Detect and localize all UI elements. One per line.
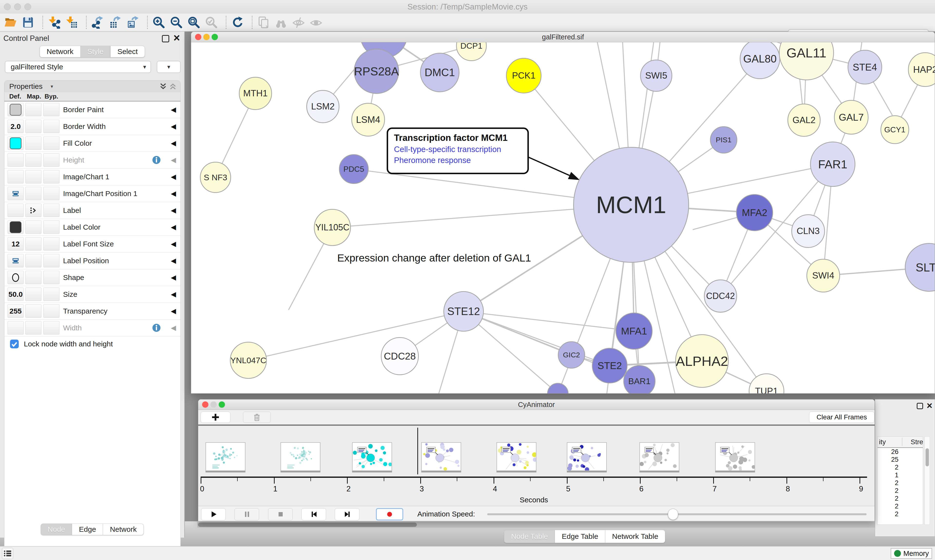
bypass-cell[interactable] [43,137,59,150]
default-value-cell[interactable] [8,103,24,116]
column-divider[interactable] [902,438,903,446]
property-row-border-width[interactable]: 2.0Border Width◀ [5,118,181,135]
property-row-size[interactable]: 50.0Size◀ [5,286,181,303]
float-panel-icon[interactable] [162,35,169,42]
property-row-label-font-size[interactable]: 12Label Font Size◀ [5,236,181,252]
mapping-cell[interactable] [25,220,42,234]
node-mfa1[interactable]: MFA1 [616,312,653,349]
node-cdc42[interactable]: CDC42 [704,280,737,312]
node-swi4[interactable]: SWI4 [807,259,840,292]
node-lsm2[interactable]: LSM2 [306,90,339,123]
bypass-cell[interactable] [43,237,59,251]
memory-button[interactable]: Memory [891,548,932,559]
node-pck1[interactable]: PCK1 [506,58,542,94]
tab-edge[interactable]: Edge [72,523,103,535]
table-row[interactable]: 2 [878,463,923,471]
table-row[interactable]: 1 [878,471,923,479]
timeline-frame-3[interactable] [352,442,392,471]
mapping-cell[interactable] [25,153,42,167]
expand-arrow-icon[interactable]: ◀ [171,102,176,118]
expand-arrow-icon[interactable]: ◀ [171,252,176,269]
collapse-all-icon[interactable] [169,83,176,90]
mapping-cell[interactable] [25,271,42,284]
mapping-cell[interactable] [25,120,42,133]
node-ste4[interactable]: STE4 [848,50,882,85]
bypass-cell[interactable] [43,204,59,217]
expand-arrow-icon[interactable]: ◀ [171,152,176,168]
node-gic2[interactable]: GIC2 [558,341,585,369]
slider-thumb[interactable] [668,509,678,520]
show-all-button[interactable] [309,15,323,29]
node-cln3[interactable]: CLN3 [792,214,825,248]
expand-arrow-icon[interactable]: ◀ [171,202,176,219]
task-history-button[interactable] [2,548,13,559]
expand-arrow-icon[interactable]: ◀ [171,169,176,185]
play-button[interactable] [201,508,226,520]
default-value-cell[interactable] [8,153,24,167]
node-swi5[interactable]: SWI5 [640,60,672,92]
table-row[interactable]: 2 [878,495,923,502]
table-row[interactable]: 2 [878,502,923,510]
node-yil105c[interactable]: YIL105C [314,209,351,246]
property-row-height[interactable]: Height◀ [5,152,181,169]
zoom-in-button[interactable] [152,15,166,29]
expand-arrow-icon[interactable]: ◀ [171,286,176,303]
default-value-cell[interactable] [8,271,24,284]
refresh-layout-button[interactable] [230,15,244,29]
scrollbar-thumb[interactable] [926,448,929,466]
close-panel-icon[interactable]: × [927,402,932,410]
default-value-cell[interactable]: 50.0 [8,288,24,301]
default-value-cell[interactable] [8,204,24,217]
default-value-cell[interactable] [8,220,24,234]
timeline-playhead[interactable] [417,428,418,474]
tab-node-table[interactable]: Node Table [504,530,555,543]
canvas-caption-text[interactable]: Expression change after deletion of GAL1 [337,252,531,264]
mapping-cell[interactable] [25,321,42,334]
mapping-cell[interactable] [25,254,42,267]
float-panel-icon[interactable] [917,403,923,409]
mapping-cell[interactable] [25,137,42,150]
add-frame-button[interactable] [201,412,230,423]
expand-arrow-icon[interactable]: ◀ [171,269,176,286]
expand-arrow-icon[interactable]: ◀ [171,236,176,252]
node-snf3[interactable]: S NF3 [200,162,231,193]
delete-frame-button[interactable] [243,412,271,423]
node-mth1[interactable]: MTH1 [239,77,272,110]
property-row-label-position[interactable]: Label Position◀ [5,252,181,269]
tab-network[interactable]: Network [103,523,143,535]
import-table-button[interactable] [65,15,79,29]
export-network-button[interactable] [91,15,105,29]
node-gal7[interactable]: GAL7 [834,100,869,134]
horizontal-scrollbar[interactable] [197,522,875,528]
node-dmc1[interactable]: DMC1 [420,53,460,92]
mapping-cell[interactable] [25,187,42,200]
expand-all-icon[interactable] [159,83,167,90]
zoom-selected-button[interactable] [204,15,218,29]
skip-end-button[interactable] [335,508,359,520]
bypass-cell[interactable] [43,271,59,284]
scrollbar-thumb[interactable] [198,523,417,527]
expand-arrow-icon[interactable]: ◀ [171,303,176,319]
bypass-cell[interactable] [43,254,59,267]
style-selector-dropdown[interactable]: galFiltered Style ▾ [5,61,151,73]
tab-network[interactable]: Network [39,46,80,57]
network-window-titlebar[interactable]: galFiltered.sif [191,32,935,42]
timeline-frame-6[interactable] [567,442,607,471]
mapping-cell[interactable] [25,204,42,217]
bypass-cell[interactable] [43,304,59,318]
default-value-cell[interactable] [8,170,24,183]
table-row[interactable]: 2 [878,487,923,495]
node-ste12[interactable]: STE12 [443,291,484,332]
node-pis1[interactable]: PIS1 [710,126,737,154]
expand-arrow-icon[interactable]: ◀ [171,118,176,135]
node-cdc28[interactable]: CDC28 [381,337,419,375]
tab-network-table[interactable]: Network Table [605,530,665,543]
timeline-frame-5[interactable] [497,442,536,471]
mapping-cell[interactable] [25,237,42,251]
property-row-label[interactable]: Label◀ [5,202,181,219]
bypass-cell[interactable] [43,288,59,301]
bypass-cell[interactable] [43,153,59,167]
timeline-frame-8[interactable] [715,442,755,471]
animation-timeline[interactable]: 0123456789 Seconds [198,426,875,506]
property-row-image-chart-position-1[interactable]: Image/Chart Position 1◀ [5,185,181,202]
